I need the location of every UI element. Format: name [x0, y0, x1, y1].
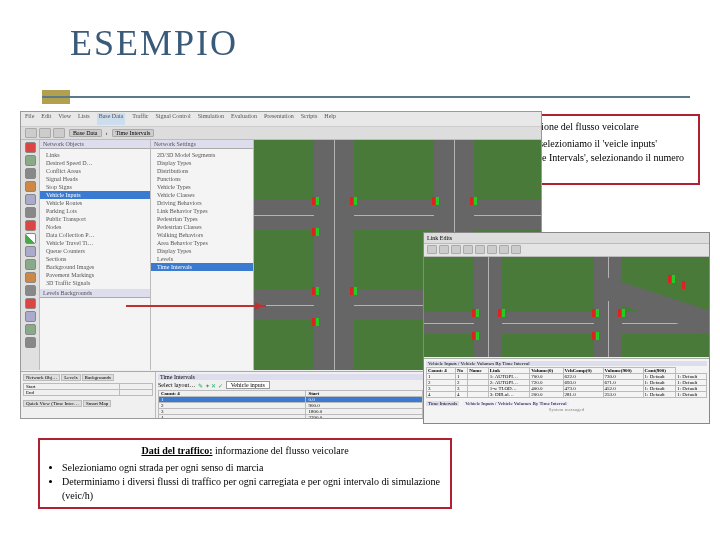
- callout-bottom: Dati del traffico: informazione del flus…: [38, 438, 452, 509]
- panel-settings: Network Settings 2D/3D Model SegmentsDis…: [151, 140, 254, 370]
- menubar: FileEditViewListsBase DataTrafficSignal …: [21, 112, 541, 127]
- slide-title: ESEMPIO: [70, 22, 720, 64]
- horizontal-rule: [42, 96, 690, 98]
- panel-network-objects: Network Objects LinksDesired Speed D…Con…: [40, 140, 151, 370]
- arrow-annotation: [126, 305, 266, 307]
- link-edits-panel: Link Edits Vehicle Inputs / Vehicle Volu…: [423, 232, 710, 424]
- toolbar: Base Data › Time Intervals: [21, 127, 541, 140]
- sidebar-icons: [21, 140, 40, 370]
